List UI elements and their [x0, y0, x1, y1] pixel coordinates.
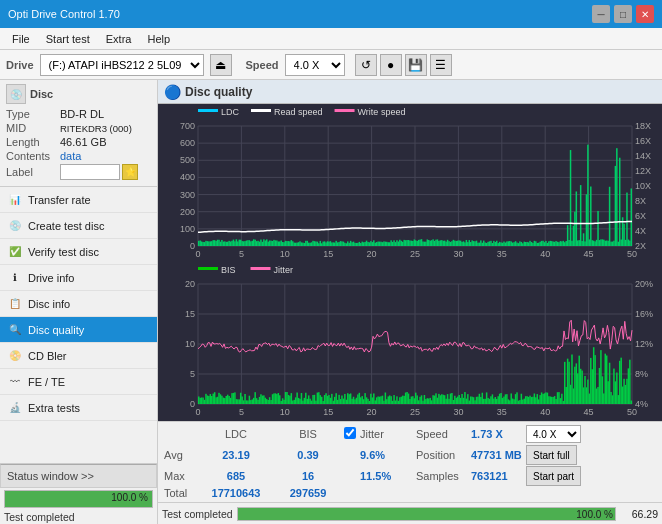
- disc-title: Disc: [30, 88, 53, 100]
- close-button[interactable]: ✕: [636, 5, 654, 23]
- menu-help[interactable]: Help: [139, 31, 178, 47]
- sidebar-item-label: Verify test disc: [28, 246, 99, 258]
- avg-label: Avg: [164, 449, 200, 461]
- sidebar-progress-bar: 100.0 %: [4, 490, 153, 508]
- drive-info-icon: ℹ: [8, 271, 22, 285]
- eject-button[interactable]: ⏏: [210, 54, 232, 76]
- disc-length-row: Length 46.61 GB: [6, 136, 151, 148]
- speed-value: 1.73 X: [471, 428, 526, 440]
- contents-label: Contents: [6, 150, 60, 162]
- disc-type-row: Type BD-R DL: [6, 108, 151, 120]
- sidebar-item-extra-tests[interactable]: 🔬 Extra tests: [0, 395, 157, 421]
- menu-file[interactable]: File: [4, 31, 38, 47]
- disc-label-row: Label ⭐: [6, 164, 151, 180]
- start-part-button[interactable]: Start part: [526, 466, 581, 486]
- charts-area: [158, 104, 662, 421]
- avg-bis: 0.39: [272, 449, 344, 461]
- disc-button[interactable]: ●: [380, 54, 402, 76]
- create-test-disc-icon: 💿: [8, 219, 22, 233]
- speed-header: Speed: [416, 428, 471, 440]
- drive-select[interactable]: (F:) ATAPI iHBS212 2 5L09: [40, 54, 204, 76]
- avg-jitter: 9.6%: [360, 449, 416, 461]
- maximize-button[interactable]: □: [614, 5, 632, 23]
- menubar: File Start test Extra Help: [0, 28, 662, 50]
- contents-value: data: [60, 150, 81, 162]
- checkbox-space: [344, 427, 360, 441]
- position-value: 47731 MB: [471, 449, 526, 461]
- drive-label: Drive: [6, 59, 34, 71]
- type-label: Type: [6, 108, 60, 120]
- avg-ldc: 23.19: [200, 449, 272, 461]
- total-row: Total 17710643 297659: [164, 487, 656, 499]
- bottom-score: 66.29: [620, 508, 658, 520]
- save-button[interactable]: 💾: [405, 54, 427, 76]
- bottom-status-bar: Test completed 100.0 % 66.29: [158, 502, 662, 524]
- chart-panel-title: Disc quality: [185, 85, 252, 99]
- max-ldc: 685: [200, 470, 272, 482]
- menu-extra[interactable]: Extra: [98, 31, 140, 47]
- sidebar-progress-text: 100.0 %: [111, 492, 148, 503]
- sidebar-item-label: Extra tests: [28, 402, 80, 414]
- sidebar-bottom: Status window >> 100.0 % Test completed: [0, 463, 157, 524]
- app-title: Opti Drive Control 1.70: [8, 8, 120, 20]
- sidebar-item-create-test-disc[interactable]: 💿 Create test disc: [0, 213, 157, 239]
- disc-panel: 💿 Disc Type BD-R DL MID RITEKDR3 (000) L…: [0, 80, 157, 187]
- disc-icon: 💿: [6, 84, 26, 104]
- label-button[interactable]: ⭐: [122, 164, 138, 180]
- minimize-button[interactable]: ─: [592, 5, 610, 23]
- titlebar: Opti Drive Control 1.70 ─ □ ✕: [0, 0, 662, 28]
- sidebar-item-transfer-rate[interactable]: 📊 Transfer rate: [0, 187, 157, 213]
- disc-header: 💿 Disc: [6, 84, 151, 104]
- bottom-progress-text: 100.0 %: [576, 508, 613, 521]
- bis-header: BIS: [272, 428, 344, 440]
- bis-jitter-chart: [158, 262, 662, 420]
- status-window-button[interactable]: Status window >>: [0, 464, 157, 488]
- chart-panel-header: 🔵 Disc quality: [158, 80, 662, 104]
- disc-mid-row: MID RITEKDR3 (000): [6, 122, 151, 134]
- speed-select[interactable]: 4.0 X: [285, 54, 345, 76]
- sidebar-item-verify-test-disc[interactable]: ✅ Verify test disc: [0, 239, 157, 265]
- total-label: Total: [164, 487, 200, 499]
- sidebar-item-label: Create test disc: [28, 220, 104, 232]
- jitter-checkbox[interactable]: [344, 427, 356, 439]
- max-row: Max 685 16 11.5% Samples 763121 Start pa…: [164, 466, 656, 486]
- sidebar-item-disc-info[interactable]: 📋 Disc info: [0, 291, 157, 317]
- bottom-status-text: Test completed: [162, 508, 233, 520]
- menu-start-test[interactable]: Start test: [38, 31, 98, 47]
- type-value: BD-R DL: [60, 108, 104, 120]
- sidebar-item-label: Transfer rate: [28, 194, 91, 206]
- sidebar-item-label: Drive info: [28, 272, 74, 284]
- mid-label: MID: [6, 122, 60, 134]
- speed-select-stats[interactable]: 4.0 X: [526, 425, 581, 443]
- settings-button[interactable]: ☰: [430, 54, 452, 76]
- length-value: 46.61 GB: [60, 136, 106, 148]
- verify-test-disc-icon: ✅: [8, 245, 22, 259]
- max-jitter: 11.5%: [360, 470, 416, 482]
- label-input[interactable]: [60, 164, 120, 180]
- sidebar: 💿 Disc Type BD-R DL MID RITEKDR3 (000) L…: [0, 80, 158, 524]
- transfer-rate-icon: 📊: [8, 193, 22, 207]
- sidebar-item-label: Disc quality: [28, 324, 84, 336]
- bottom-progress-bar: 100.0 %: [237, 507, 616, 521]
- extra-tests-icon: 🔬: [8, 401, 22, 415]
- drivebar: Drive (F:) ATAPI iHBS212 2 5L09 ⏏ Speed …: [0, 50, 662, 80]
- sidebar-item-label: Disc info: [28, 298, 70, 310]
- samples-label: Samples: [416, 470, 471, 482]
- nav-items: 📊 Transfer rate 💿 Create test disc ✅ Ver…: [0, 187, 157, 463]
- disc-info-icon: 📋: [8, 297, 22, 311]
- cd-bler-icon: 📀: [8, 349, 22, 363]
- speed-label: Speed: [246, 59, 279, 71]
- samples-value: 763121: [471, 470, 526, 482]
- titlebar-controls: ─ □ ✕: [592, 5, 654, 23]
- sidebar-item-fe-te[interactable]: 〰 FE / TE: [0, 369, 157, 395]
- ldc-header: LDC: [200, 428, 272, 440]
- max-label: Max: [164, 470, 200, 482]
- sidebar-item-drive-info[interactable]: ℹ Drive info: [0, 265, 157, 291]
- start-full-button[interactable]: Start full: [526, 445, 577, 465]
- sidebar-item-disc-quality[interactable]: 🔍 Disc quality: [0, 317, 157, 343]
- total-ldc: 17710643: [200, 487, 272, 499]
- stats-area: LDC BIS Jitter Speed 1.73 X 4.0 X Avg 23…: [158, 421, 662, 502]
- sidebar-item-cd-bler[interactable]: 📀 CD Bler: [0, 343, 157, 369]
- refresh-button[interactable]: ↺: [355, 54, 377, 76]
- chart-panel-icon: 🔵: [164, 84, 181, 100]
